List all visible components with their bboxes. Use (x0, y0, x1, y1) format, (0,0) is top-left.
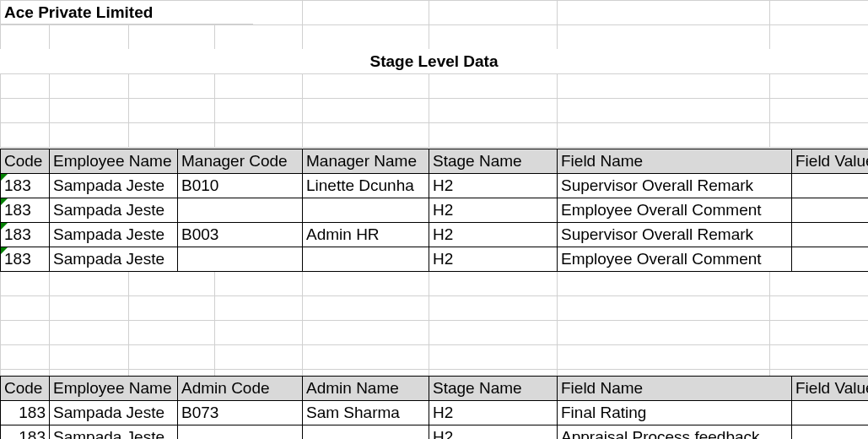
grid-cell (0, 295, 50, 321)
t1-r1-mcode (177, 198, 303, 223)
t1-r1-stage: H2 (429, 198, 558, 223)
grid-cell (0, 98, 50, 123)
grid-cell (557, 0, 770, 25)
grid-cell (769, 98, 868, 123)
grid-cell (214, 344, 303, 370)
grid-cell (302, 344, 429, 370)
t2-header-5: Field Name (557, 376, 792, 401)
grid-cell (49, 344, 129, 370)
grid-cell (429, 24, 558, 50)
t1-r3-mname (302, 247, 429, 272)
t1-r3-fname: Employee Overall Comment (557, 247, 792, 272)
t1-r1-mname (302, 198, 429, 223)
grid-cell (214, 73, 303, 99)
t1-r1-fval (791, 198, 868, 223)
t1-header-5: Field Name (557, 149, 792, 174)
t1-r0-stage: H2 (429, 173, 558, 198)
t1-r3-code: 183 (0, 247, 50, 272)
t1-r2-fname: Supervisor Overall Remark (557, 222, 792, 247)
grid-cell (214, 24, 303, 50)
grid-cell (128, 271, 215, 296)
t2-r1-code: 183 (0, 425, 50, 439)
grid-cell (769, 0, 868, 25)
t2-header-4: Stage Name (429, 376, 558, 401)
t2-r0-acode: B073 (177, 400, 303, 425)
t1-r1-fname: Employee Overall Comment (557, 198, 792, 223)
grid-cell (769, 73, 868, 99)
t1-r3-emp: Sampada Jeste (49, 247, 178, 272)
t1-r0-mcode: B010 (177, 173, 303, 198)
grid-cell (429, 295, 558, 321)
t1-r0-fname: Supervisor Overall Remark (557, 173, 792, 198)
t2-header-0: Code (0, 376, 50, 401)
grid-cell (0, 122, 50, 148)
grid-cell (49, 320, 129, 345)
grid-cell (0, 73, 50, 99)
t2-r1-acode (177, 425, 303, 439)
grid-cell (302, 24, 429, 50)
t1-r3-fval (791, 247, 868, 272)
grid-cell (0, 24, 50, 50)
grid-cell (214, 122, 303, 148)
grid-cell (557, 122, 770, 148)
grid-cell (128, 122, 215, 148)
grid-cell (214, 271, 303, 296)
t2-r0-code: 183 (0, 400, 50, 425)
section-title: Stage Level Data (0, 49, 868, 73)
grid-cell (128, 98, 215, 123)
grid-cell (49, 98, 129, 123)
t1-r2-mname: Admin HR (302, 222, 429, 247)
grid-cell (557, 98, 770, 123)
grid-cell (557, 344, 770, 370)
grid-cell (429, 98, 558, 123)
grid-cell (557, 320, 770, 345)
grid-cell (429, 344, 558, 370)
t1-r0-fval (791, 173, 868, 198)
t1-r0-mname: Linette Dcunha (302, 173, 429, 198)
grid-cell (128, 344, 215, 370)
grid-cell (302, 122, 429, 148)
t1-r2-emp: Sampada Jeste (49, 222, 178, 247)
grid-cell (0, 320, 50, 345)
grid-cell (302, 98, 429, 123)
grid-cell (49, 73, 129, 99)
t1-header-0: Code (0, 149, 50, 174)
grid-cell (214, 295, 303, 321)
grid-cell (429, 122, 558, 148)
t1-r2-stage: H2 (429, 222, 558, 247)
grid-cell (128, 320, 215, 345)
grid-cell (49, 295, 129, 321)
grid-cell (0, 344, 50, 370)
grid-cell (557, 24, 770, 50)
t2-r0-fname: Final Rating (557, 400, 792, 425)
t2-r0-fval (791, 400, 868, 425)
t1-r2-fval (791, 222, 868, 247)
grid-cell (302, 295, 429, 321)
grid-cell (49, 271, 129, 296)
grid-cell (0, 271, 50, 296)
t1-r0-code: 183 (0, 173, 50, 198)
grid-cell (302, 320, 429, 345)
grid-cell (429, 320, 558, 345)
t1-header-4: Stage Name (429, 149, 558, 174)
grid-cell (557, 271, 770, 296)
grid-cell (429, 271, 558, 296)
grid-cell (128, 295, 215, 321)
grid-cell (429, 73, 558, 99)
t1-header-3: Manager Name (302, 149, 429, 174)
t2-r1-fname: Appraisal Process feedback (557, 425, 792, 439)
grid-cell (557, 73, 770, 99)
t1-r2-code: 183 (0, 222, 50, 247)
grid-cell (429, 0, 558, 25)
grid-cell (302, 73, 429, 99)
t2-r0-emp: Sampada Jeste (49, 400, 178, 425)
grid-cell (769, 295, 868, 321)
t1-header-2: Manager Code (177, 149, 303, 174)
t1-r3-mcode (177, 247, 303, 272)
t1-r1-emp: Sampada Jeste (49, 198, 178, 223)
t2-header-2: Admin Code (177, 376, 303, 401)
t1-r2-mcode: B003 (177, 222, 303, 247)
t1-header-1: Employee Name (49, 149, 178, 174)
t1-header-6: Field Value (791, 149, 868, 174)
grid-cell (302, 271, 429, 296)
